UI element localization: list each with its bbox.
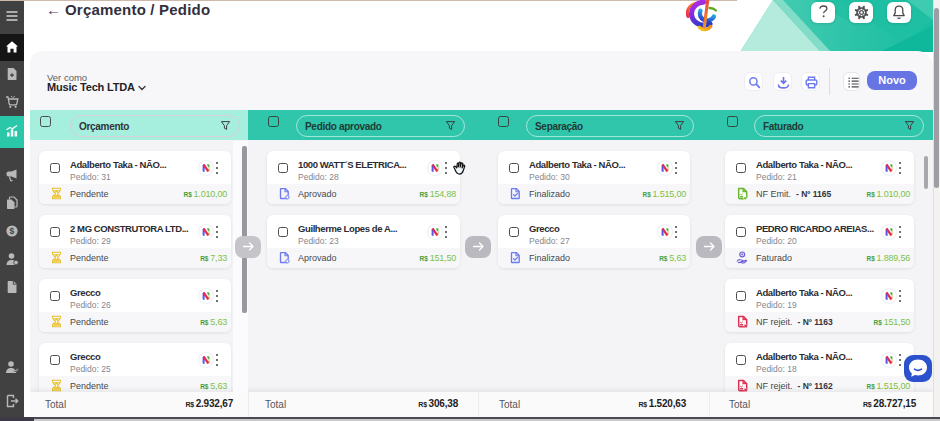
svg-text:$: $ bbox=[10, 226, 15, 236]
